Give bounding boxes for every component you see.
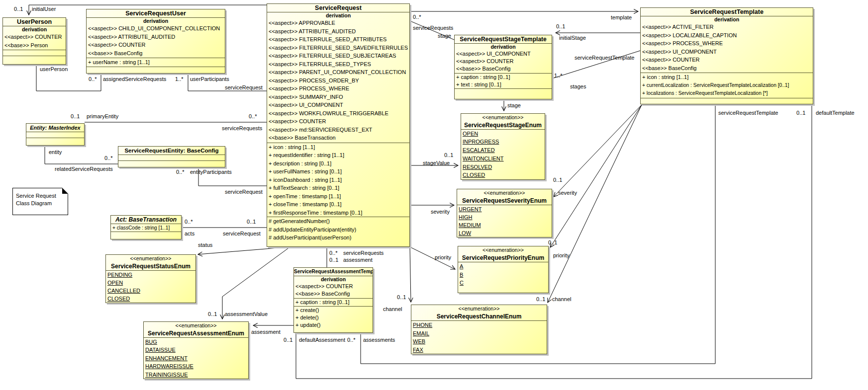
class-servicerequestassessmenttemplate[interactable]: ServiceRequestAssessmentTemplate derivat… <box>293 267 373 333</box>
stereotype-compartment: derivation <<aspect>> CHILD_UI_COMPONENT… <box>87 18 225 58</box>
stereotype-row: <<aspect>> APPROVABLE <box>267 19 409 27</box>
role-label: serviceRequests <box>343 250 384 256</box>
role-label: assessmentValue <box>225 311 268 317</box>
stereotype-row: <<base>> BaseConfig <box>455 65 552 73</box>
role-label: acts <box>185 231 194 236</box>
enum-literal: WAITONCLIENT <box>461 155 545 163</box>
class-servicerequeststagetemplate[interactable]: ServiceRequestStageTemplate derivation <… <box>454 35 552 99</box>
diagram-note[interactable]: Service Request Class Diagram <box>12 188 68 215</box>
enum-literal: INPROGRESS <box>461 138 545 146</box>
stereotype-row: <<aspect>> FILTERRULE_SEED_TYPES <box>267 60 409 69</box>
role-label: severity <box>431 209 450 215</box>
attribute-row: + caption : string [0..1] <box>455 74 552 81</box>
attribute-row: + description : string [0..1] <box>267 159 409 168</box>
connector-status[interactable] <box>198 247 290 254</box>
enum-literal: ESCALATED <box>461 146 545 155</box>
stereotype-compartment: derivation <<aspect>> COUNTER <<base>> B… <box>294 276 373 299</box>
multiplicity-label: 0..* <box>329 250 338 256</box>
stereotype-row: <<aspect>> COUNTER <box>267 117 409 126</box>
enum-literal: EMAIL <box>411 329 547 338</box>
stereotype-row: <<aspect>> PROCESS_WHERE <box>641 39 813 48</box>
attribute-row: + openTime : timestamp [1..1] <box>267 192 409 201</box>
class-servicerequesttemplate[interactable]: ServiceRequestTemplate derivation <<aspe… <box>640 7 813 104</box>
operations-compartment: # getGeneratedNumber() # addUpdateEntity… <box>267 217 409 246</box>
attribute-row: + requestIdentifier : string [1..1] <box>267 151 409 159</box>
connector-assessmentvalue[interactable] <box>222 247 290 319</box>
class-userperson[interactable]: UserPerson derivation <<aspect>> COUNTER… <box>2 17 66 65</box>
stereotype-row: <<aspect>> LOCALIZABLE_CAPTION <box>641 31 813 40</box>
operation-row: # addUpdateEntityParticipant(entity) <box>267 226 409 234</box>
enum-literal: MEDIUM <box>457 221 552 229</box>
class-act-basetransaction[interactable]: Act: BaseTransaction + classCode : strin… <box>110 215 182 239</box>
enum-servicerequestpriorityenum[interactable]: <<enumeration>> ServiceRequestPriorityEn… <box>458 246 549 293</box>
stereotype-row: <<aspect>> UI_COMPONENT <box>267 101 409 109</box>
enum-servicerequestseverityenum[interactable]: <<enumeration>> ServiceRequestSeverityEn… <box>457 189 552 237</box>
role-label: defaultTemplate <box>816 110 855 116</box>
stereotype-row: <<base>> BaseConfig <box>641 64 813 73</box>
operations-compartment: + create() + delete() + update() <box>294 307 373 332</box>
class-servicerequest[interactable]: ServiceRequest derivation <<aspect>> APP… <box>267 3 410 247</box>
role-label: serviceRequest <box>225 84 263 90</box>
attribute-row: + classCode : string [1..1] <box>111 224 181 232</box>
enum-literal: HIGH <box>457 213 552 221</box>
role-label: initialStage <box>559 35 586 41</box>
role-label: stage <box>438 33 451 39</box>
enum-servicerequeststageenum[interactable]: <<enumeration>> ServiceRequestStageEnum … <box>461 113 545 180</box>
class-servicerequestuser[interactable]: ServiceRequestUser derivation <<aspect>>… <box>86 9 225 74</box>
enum-literal: FAX <box>411 346 547 354</box>
multiplicity-label: 0..1 <box>548 239 557 245</box>
enumeration-keyword: <<enumeration>> <box>411 305 547 312</box>
operations-compartment-empty <box>87 67 225 74</box>
enum-title: ServiceRequestSeverityEnum <box>457 197 552 205</box>
connector-channel-template[interactable] <box>548 105 642 303</box>
role-label: stage <box>507 102 521 108</box>
connector-channel-sr[interactable] <box>410 247 411 302</box>
enum-title: ServiceRequestPriorityEnum <box>458 254 548 262</box>
attributes-compartment: + userName : string [1..1] <box>87 58 225 67</box>
class-title: ServiceRequestUser <box>87 9 225 18</box>
connector-priority-template[interactable] <box>550 105 642 247</box>
class-entity-masterindex[interactable]: Entity: MasterIndex <box>26 123 85 146</box>
attribute-row: + localizations : ServiceRequestTemplate… <box>641 89 813 98</box>
attributes-compartment: + classCode : string [1..1] <box>111 224 181 232</box>
role-label: serviceRequests <box>413 25 453 31</box>
enum-title: ServiceRequestChannelEnum <box>411 312 547 321</box>
enum-literal: CANCELLED <box>106 287 195 295</box>
attribute-row: + fullTextSearch : string [0..1] <box>267 184 409 192</box>
multiplicity-label: 0..1 <box>556 23 565 29</box>
enum-literal: TRAININGISSUE <box>144 371 248 379</box>
operations-compartment-empty <box>111 232 181 239</box>
multiplicity-label: 1..* <box>554 73 563 78</box>
role-label: severity <box>558 190 577 196</box>
role-label: serviceRequestTemplate <box>575 55 634 61</box>
stereotype-compartment: derivation <<aspect>> COUNTER <<base>> P… <box>3 26 66 50</box>
operation-row: # getGeneratedNumber() <box>267 217 409 226</box>
role-label: priority <box>435 254 451 260</box>
role-label: status <box>198 242 212 248</box>
multiplicity-label: 0..1 <box>444 152 453 158</box>
enum-servicerequestassessmentenum[interactable]: <<enumeration>> ServiceRequestAssessment… <box>143 321 249 379</box>
role-label: stageValue <box>423 160 450 166</box>
multiplicity-label: 1..* <box>175 76 184 82</box>
derivation-label: derivation <box>3 26 66 33</box>
connector-severity-template[interactable] <box>554 105 642 197</box>
stereotype-row: <<aspect>> UI_COMPONENT <box>455 50 552 58</box>
enum-title: ServiceRequestStageEnum <box>461 121 545 130</box>
role-label: entityParticipants <box>190 169 232 175</box>
enum-literal: CLOSED <box>461 171 545 179</box>
class-title: Entity: MasterIndex <box>26 124 84 132</box>
enum-servicerequeststatusenum[interactable]: <<enumeration>> ServiceRequestStatusEnum… <box>105 254 196 303</box>
operation-row: # addUserParticipant(userPerson) <box>267 234 409 242</box>
class-servicerequestentity[interactable]: ServiceRequestEntity: BaseConfig <box>118 146 225 167</box>
attribute-row: + text : string [0..1] <box>455 81 552 88</box>
multiplicity-label: 0..* <box>176 169 185 175</box>
operations-compartment-empty <box>118 161 225 167</box>
operation-row: + create() <box>294 307 373 314</box>
operations-compartment-empty <box>3 56 66 64</box>
role-label: serviceRequests <box>222 125 262 131</box>
multiplicity-label: 0..1 <box>796 110 805 116</box>
role-label: channel <box>383 306 402 312</box>
attribute-row: + closeTime : timestamp [0..1] <box>267 200 409 209</box>
enum-servicerequestchannelenum[interactable]: <<enumeration>> ServiceRequestChannelEnu… <box>411 305 547 354</box>
enum-literal: B <box>458 271 548 279</box>
